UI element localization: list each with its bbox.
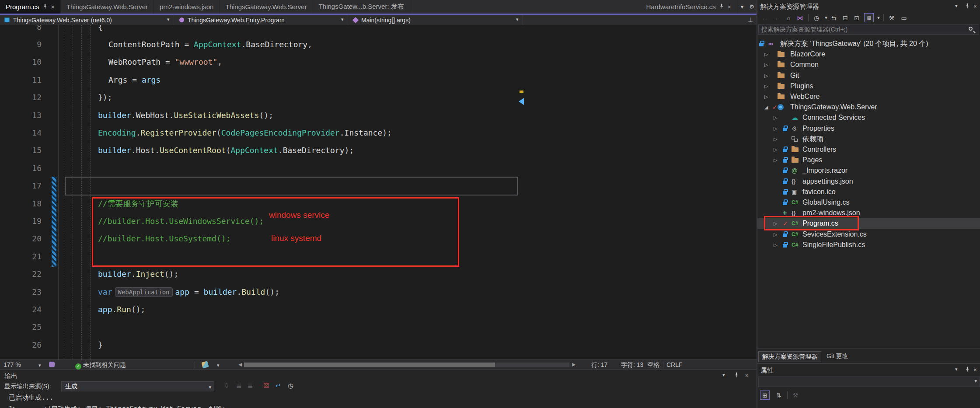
- tree-item-git[interactable]: ▷Git: [757, 70, 980, 81]
- tab-git-changes[interactable]: Git 更改: [827, 351, 848, 362]
- tab-pin-icon[interactable]: [719, 3, 725, 10]
- tree-item-properties[interactable]: ▷⚙Properties: [757, 123, 980, 134]
- tab-pin-icon[interactable]: [42, 3, 48, 10]
- show-all-files-icon-caret[interactable]: ▾: [874, 13, 883, 22]
- tree-item--thingsgateway-20-20-[interactable]: ∞解决方案 'ThingsGateway' (20 个项目, 共 20 个): [757, 38, 980, 49]
- document-tab-hardwareinfoservice[interactable]: HardwareInfoService.cs×: [641, 0, 737, 14]
- collapse-arrow-icon[interactable]: ◢: [764, 102, 768, 112]
- code-line-24[interactable]: 24app.Run();: [0, 300, 757, 318]
- brush-caret-icon[interactable]: ▾: [217, 363, 220, 368]
- tree-item-appsettings.json[interactable]: {}appsettings.json: [757, 176, 980, 187]
- goto-message-icon[interactable]: ⇩: [224, 382, 230, 390]
- code-line-13[interactable]: 13builder.WebHost.UseStaticWebAssets();: [0, 106, 757, 124]
- solution-explorer-search-input[interactable]: 搜索解决方案资源管理器(Ctrl+;): [758, 24, 979, 35]
- code-line-10[interactable]: 10WebRootPath = "wwwroot",: [0, 53, 757, 71]
- expand-arrow-icon[interactable]: ▷: [764, 59, 768, 70]
- tree-item-connected-services[interactable]: ▷☁Connected Services: [757, 112, 980, 123]
- tree-item-thingsgateway.web.server[interactable]: ◢✓ThingsGateway.Web.Server: [757, 102, 980, 112]
- intellicode-icon[interactable]: [49, 362, 55, 369]
- horizontal-scrollbar-thumb[interactable]: [244, 363, 495, 367]
- document-tab-3[interactable]: pm2-windows.json: [154, 0, 220, 14]
- se-menu-caret-icon[interactable]: ▾: [955, 3, 958, 9]
- tree-item-controllers[interactable]: ▷Controllers: [757, 144, 980, 155]
- code-line-12[interactable]: 12});: [0, 88, 757, 106]
- document-tab-4[interactable]: ThingsGateway.Web.Server: [220, 0, 313, 14]
- word-wrap-icon[interactable]: ↵: [276, 382, 281, 390]
- formatting-brush-icon[interactable]: [202, 362, 208, 369]
- property-pages-icon[interactable]: ⚒: [791, 391, 800, 400]
- chevron-down-icon[interactable]: ▾: [516, 17, 519, 22]
- document-outline-icon[interactable]: ⊥: [748, 16, 753, 23]
- categorized-icon[interactable]: ⊞: [760, 391, 770, 400]
- sync-with-active-document-icon[interactable]: ⇆: [829, 13, 839, 22]
- properties-menu-caret-icon[interactable]: ▾: [955, 366, 958, 372]
- tree-item-globalusing.cs[interactable]: C#GlobalUsing.cs: [757, 197, 980, 208]
- tree-item-sevicesextension.cs[interactable]: ▷C#SevicesExtension.cs: [757, 229, 980, 240]
- tab-solution-explorer[interactable]: 解决方案资源管理器: [758, 351, 821, 362]
- search-icon[interactable]: [969, 27, 973, 31]
- tree-item-program.cs[interactable]: ▷✓C#Program.cs: [757, 218, 980, 229]
- tree-item-webcore[interactable]: ▷WebCore: [757, 91, 980, 102]
- code-line-23[interactable]: 23varWebApplicationapp = builder.Build()…: [0, 283, 757, 301]
- se-close-icon[interactable]: ×: [973, 3, 977, 10]
- expand-arrow-icon[interactable]: ▷: [774, 144, 777, 155]
- tab-overflow-caret-icon[interactable]: ▾: [737, 0, 747, 14]
- new-item-icon[interactable]: ▭: [899, 13, 909, 22]
- expand-arrow-icon[interactable]: ▷: [764, 70, 768, 81]
- document-tab-1[interactable]: Program.cs×: [0, 0, 61, 14]
- pending-changes-filter-icon[interactable]: ◷: [812, 13, 821, 22]
- preview-selected-icon[interactable]: ⊡: [852, 13, 861, 22]
- horizontal-scrollbar[interactable]: [244, 363, 569, 367]
- hscroll-right-arrow[interactable]: ▶: [572, 362, 575, 367]
- expand-arrow-icon[interactable]: ▷: [774, 123, 777, 134]
- tree-item-favicon.ico[interactable]: ▣favicon.ico: [757, 187, 980, 197]
- expand-arrow-icon[interactable]: ▷: [764, 49, 768, 59]
- expand-arrow-icon[interactable]: ▷: [774, 155, 777, 165]
- prev-message-icon[interactable]: ≣: [236, 382, 242, 390]
- forward-icon[interactable]: →: [771, 13, 780, 22]
- tree-item-pages[interactable]: ▷Pages: [757, 155, 980, 165]
- navbar-dropdown-2[interactable]: ThingsGateway.Web.Entry.Program▾: [175, 15, 348, 25]
- collapse-all-icon[interactable]: ⊟: [840, 13, 850, 22]
- output-source-dropdown[interactable]: 生成 ▾: [61, 381, 214, 391]
- panel-splitter[interactable]: [757, 349, 980, 349]
- history-icon[interactable]: ◷: [288, 382, 293, 390]
- tree-item-common[interactable]: ▷Common: [757, 59, 980, 70]
- code-line-8[interactable]: 8{: [0, 25, 757, 36]
- se-pin-icon[interactable]: [965, 3, 970, 10]
- tree-item-_imports.razor[interactable]: @_Imports.razor: [757, 165, 980, 176]
- clear-all-icon[interactable]: ☒: [263, 382, 269, 390]
- navbar-dropdown-3[interactable]: Main(string[] args)▾: [349, 15, 523, 25]
- code-line-14[interactable]: 14Encoding.RegisterProvider(CodePagesEnc…: [0, 124, 757, 142]
- navbar-dropdown-1[interactable]: ThingsGateway.Web.Server (net6.0)▾: [0, 15, 174, 25]
- tree-item--[interactable]: ▷依赖项: [757, 134, 980, 144]
- expand-arrow-icon[interactable]: ▷: [774, 229, 777, 240]
- back-icon[interactable]: ←: [760, 13, 770, 22]
- properties-pin-icon[interactable]: [965, 366, 970, 373]
- zoom-caret-icon[interactable]: ▾: [38, 363, 41, 368]
- line-ending-indicator[interactable]: CRLF: [666, 361, 683, 368]
- code-line-25[interactable]: 25: [0, 318, 757, 336]
- tabstrip-gear-icon[interactable]: ⚙: [747, 0, 757, 14]
- expand-arrow-icon[interactable]: ▷: [774, 134, 777, 144]
- alphabetical-icon[interactable]: ⇅: [774, 391, 784, 400]
- expand-arrow-icon[interactable]: ▷: [764, 81, 768, 91]
- code-line-16[interactable]: 16: [0, 159, 757, 177]
- health-indicator[interactable]: ✓ 未找到相关问题: [75, 361, 126, 370]
- properties-close-icon[interactable]: ×: [973, 366, 977, 373]
- properties-object-dropdown[interactable]: ▾: [758, 377, 980, 387]
- expand-arrow-icon[interactable]: ▷: [774, 112, 777, 123]
- tab-close-icon[interactable]: ×: [728, 3, 731, 10]
- show-all-files-icon[interactable]: ⧈: [864, 13, 874, 22]
- document-tab-5[interactable]: ThingsGatew...b.Server: 发布: [313, 0, 410, 14]
- next-message-icon[interactable]: ≣: [248, 382, 253, 390]
- tree-item-plugins[interactable]: ▷Plugins: [757, 81, 980, 91]
- code-line-22[interactable]: 22builder.Inject();: [0, 265, 757, 283]
- output-pin-icon[interactable]: [734, 372, 739, 379]
- zoom-level-dropdown[interactable]: 177 %: [3, 361, 21, 368]
- document-tab-2[interactable]: ThingsGateway.Web.Server: [61, 0, 154, 14]
- tree-item-singlefilepublish.cs[interactable]: ▷C#SingleFilePublish.cs: [757, 240, 980, 250]
- properties-wrench-icon[interactable]: ⚒: [887, 13, 896, 22]
- home-icon[interactable]: ⌂: [784, 13, 793, 22]
- expand-arrow-icon[interactable]: ▷: [774, 240, 777, 250]
